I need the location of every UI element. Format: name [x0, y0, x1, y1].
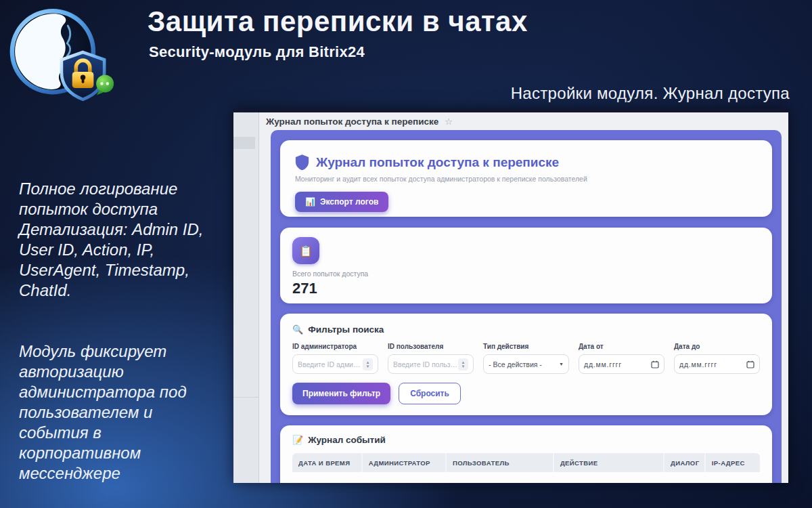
action-type-label: Тип действия	[483, 343, 569, 350]
number-spinner[interactable]: ▲▼	[458, 358, 468, 371]
column-header-ip[interactable]: IP-АДРЕС	[706, 453, 760, 472]
export-logs-label: Экспорт логов	[320, 197, 378, 207]
sidebar-active-item[interactable]	[233, 137, 255, 149]
hero-card: Журнал попыток доступа к переписке Монит…	[280, 140, 772, 217]
action-type-value: - Все действия -	[489, 360, 542, 368]
stat-label: Всего попыток доступа	[292, 270, 760, 278]
sidebar-divider	[233, 397, 258, 398]
chevron-down-icon: ▼	[559, 362, 564, 366]
filter-date-to: Дата до дд.мм.гггг	[674, 343, 760, 374]
filters-title: Фильтры поиска	[308, 324, 384, 335]
filter-user-id: ID пользователя Введите ID пользователя …	[388, 343, 474, 374]
promo-slide: Защита переписки в чатах Security-модуль…	[0, 0, 812, 508]
shield-lock-icon	[62, 52, 104, 100]
reset-filter-button[interactable]: Сбросить	[399, 383, 461, 404]
shield-icon	[295, 154, 309, 171]
app-logo	[7, 3, 115, 103]
faces-shield-chat-logo	[7, 3, 115, 103]
app-titlebar: Журнал попыток доступа к переписке ☆	[266, 117, 453, 127]
user-id-placeholder: Введите ID пользователя	[393, 360, 458, 368]
admin-id-placeholder: Введите ID администратора	[298, 360, 363, 368]
app-screenshot: Журнал попыток доступа к переписке ☆ Жур…	[233, 109, 788, 483]
favorite-star-icon[interactable]: ☆	[445, 117, 453, 127]
stat-value: 271	[292, 280, 760, 297]
feature-copy: Полное логирование попыток доступа Детал…	[19, 158, 230, 504]
section-heading: Настройки модуля. Журнал доступа	[511, 84, 790, 103]
feature-paragraph-1: Полное логирование попыток доступа Детал…	[19, 179, 230, 301]
admin-id-label: ID администратора	[292, 343, 378, 350]
export-logs-button[interactable]: 📊 Экспорт логов	[295, 192, 388, 212]
app-sidebar[interactable]	[233, 112, 259, 483]
clipboard-icon: 📋	[292, 237, 319, 264]
date-from-input[interactable]: дд.мм.гггг	[579, 354, 664, 374]
stat-card: 📋 Всего попыток доступа 271	[280, 228, 772, 303]
feature-paragraph-2: Модуль фиксирует авторизацию администрат…	[19, 341, 230, 484]
date-from-label: Дата от	[579, 343, 664, 350]
column-header-action[interactable]: ДЕЙСТВИЕ	[554, 453, 664, 472]
access-log-panel: Журнал попыток доступа к переписке Монит…	[271, 130, 782, 483]
date-to-label: Дата до	[674, 343, 760, 350]
hero-subtitle: Мониторинг и аудит всех попыток доступа …	[295, 175, 757, 183]
filter-admin-id: ID администратора Введите ID администрат…	[292, 343, 378, 374]
screenshot-top-edge	[233, 109, 788, 112]
chat-bubble-icon	[96, 75, 114, 96]
date-to-placeholder: дд.мм.гггг	[679, 360, 717, 368]
date-from-placeholder: дд.мм.гггг	[584, 360, 622, 368]
events-table-header: ДАТА И ВРЕМЯ АДМИНИСТРАТОР ПОЛЬЗОВАТЕЛЬ …	[292, 453, 760, 472]
events-title: Журнал событий	[308, 435, 386, 445]
date-to-input[interactable]: дд.мм.гггг	[674, 354, 760, 374]
column-header-datetime[interactable]: ДАТА И ВРЕМЯ	[292, 453, 363, 472]
apply-filter-button[interactable]: Применить фильтр	[292, 383, 390, 404]
column-header-dialog[interactable]: ДИАЛОГ	[664, 453, 706, 472]
memo-icon: 📝	[292, 435, 303, 445]
admin-id-input[interactable]: Введите ID администратора ▲▼	[292, 354, 378, 374]
user-id-input[interactable]: Введите ID пользователя ▲▼	[388, 354, 474, 374]
search-icon: 🔍	[292, 324, 303, 335]
page-title: Защита переписки в чатах	[148, 5, 528, 38]
calendar-icon[interactable]	[651, 360, 659, 368]
chart-icon: 📊	[305, 197, 315, 207]
action-type-select[interactable]: - Все действия - ▼	[483, 354, 569, 374]
number-spinner[interactable]: ▲▼	[363, 358, 373, 371]
filter-date-from: Дата от дд.мм.гггг	[579, 343, 664, 374]
column-header-user[interactable]: ПОЛЬЗОВАТЕЛЬ	[447, 453, 554, 472]
events-card: 📝 Журнал событий ДАТА И ВРЕМЯ АДМИНИСТРА…	[280, 425, 772, 483]
filter-action-type: Тип действия - Все действия - ▼	[483, 343, 569, 374]
calendar-icon[interactable]	[746, 360, 754, 368]
page-subtitle: Security-модуль для Bitrix24	[149, 43, 365, 61]
column-header-admin[interactable]: АДМИНИСТРАТОР	[363, 453, 447, 472]
user-id-label: ID пользователя	[388, 343, 474, 350]
app-page-title: Журнал попыток доступа к переписке	[266, 117, 438, 127]
hero-title: Журнал попыток доступа к переписке	[316, 155, 559, 170]
filters-card: 🔍 Фильтры поиска ID администратора Введи…	[280, 314, 772, 415]
